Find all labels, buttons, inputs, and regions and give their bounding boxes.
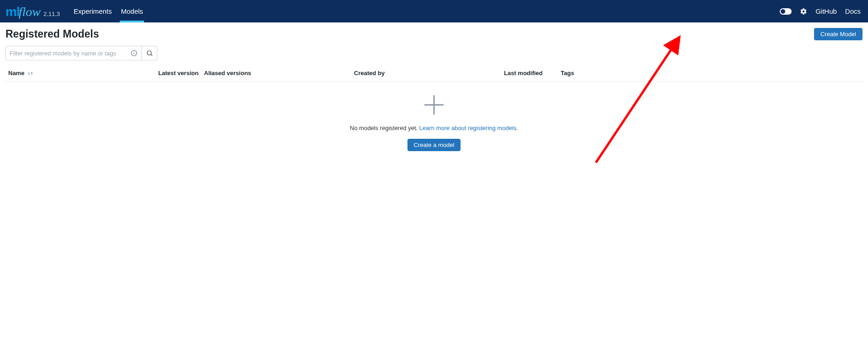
logo-version: 2.11.3 bbox=[43, 11, 60, 19]
table-header: Name Latest version Aliased versions Cre… bbox=[5, 65, 863, 82]
plus-icon bbox=[423, 94, 445, 115]
col-created-by[interactable]: Created by bbox=[354, 70, 504, 76]
svg-point-2 bbox=[134, 52, 134, 52]
mlflow-logo[interactable]: ml flow 2.11.3 bbox=[5, 4, 60, 19]
col-aliased-versions[interactable]: Aliased versions bbox=[204, 70, 354, 76]
docs-link[interactable]: Docs bbox=[845, 7, 861, 15]
tab-models[interactable]: Models bbox=[116, 0, 147, 22]
info-icon[interactable] bbox=[130, 49, 138, 57]
col-name-label: Name bbox=[8, 70, 24, 76]
empty-text: No models registered yet. Learn more abo… bbox=[350, 125, 518, 131]
gear-icon[interactable] bbox=[800, 8, 807, 15]
theme-toggle[interactable] bbox=[780, 8, 792, 15]
empty-text-prefix: No models registered yet. bbox=[350, 125, 419, 131]
tab-experiments[interactable]: Experiments bbox=[69, 0, 116, 22]
empty-state: No models registered yet. Learn more abo… bbox=[5, 82, 863, 151]
svg-line-4 bbox=[150, 55, 152, 56]
page-content: Registered Models Create Model Name Late… bbox=[0, 22, 868, 151]
sort-asc-icon bbox=[27, 70, 33, 76]
app-header: ml flow 2.11.3 Experiments Models GitHub… bbox=[0, 0, 868, 22]
page-title: Registered Models bbox=[5, 28, 99, 40]
header-right: GitHub Docs bbox=[780, 7, 861, 15]
col-last-modified[interactable]: Last modified bbox=[504, 70, 561, 76]
filter-input[interactable] bbox=[10, 50, 130, 57]
nav-tabs: Experiments Models bbox=[69, 0, 148, 22]
header-left: ml flow 2.11.3 Experiments Models bbox=[5, 0, 148, 22]
svg-point-3 bbox=[147, 51, 151, 55]
create-a-model-button[interactable]: Create a model bbox=[407, 139, 461, 151]
learn-more-link[interactable]: Learn more about registering models bbox=[419, 125, 516, 131]
col-latest-version[interactable]: Latest version bbox=[158, 70, 204, 76]
search-button[interactable] bbox=[142, 46, 157, 60]
filter-row bbox=[5, 46, 863, 60]
page-header: Registered Models Create Model bbox=[5, 28, 863, 40]
tab-experiments-label: Experiments bbox=[74, 7, 112, 15]
logo-flow: flow bbox=[19, 5, 41, 19]
create-model-button[interactable]: Create Model bbox=[814, 28, 863, 40]
logo-ml: ml bbox=[5, 5, 20, 19]
empty-text-suffix: . bbox=[516, 125, 518, 131]
col-tags[interactable]: Tags bbox=[561, 70, 606, 76]
github-link[interactable]: GitHub bbox=[815, 7, 837, 15]
col-name[interactable]: Name bbox=[8, 70, 158, 76]
tab-models-label: Models bbox=[121, 7, 143, 15]
filter-input-wrap bbox=[5, 46, 142, 60]
